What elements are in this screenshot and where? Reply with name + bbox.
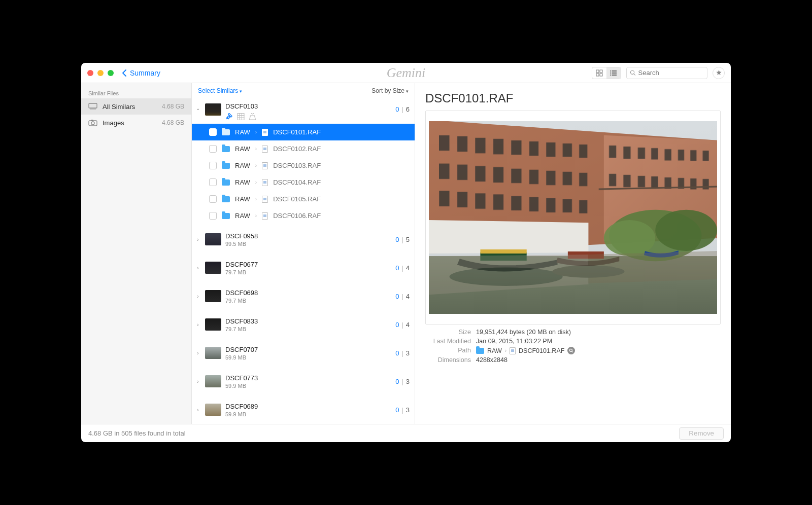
group-header[interactable]: ›DSCF067779.7 MB0|4 bbox=[192, 252, 415, 281]
group-text: DSCF095899.5 MB bbox=[225, 232, 258, 247]
sidebar-header: Similar Files bbox=[81, 87, 191, 98]
group-counts: 0|3 bbox=[395, 406, 410, 414]
group-header[interactable]: ›DSCF077359.9 MB0|3 bbox=[192, 366, 415, 394]
checkbox[interactable] bbox=[209, 212, 217, 220]
checkbox[interactable] bbox=[209, 128, 217, 136]
svg-rect-63 bbox=[475, 193, 485, 208]
chevron-right-icon[interactable]: › bbox=[195, 379, 201, 384]
remove-button[interactable]: Remove bbox=[679, 427, 724, 440]
group-counts: 0|5 bbox=[395, 236, 410, 243]
file-row[interactable]: RAW›DSCF0105.RAF bbox=[192, 191, 415, 207]
group-counts: 0|4 bbox=[395, 321, 410, 329]
chevron-right-icon[interactable]: › bbox=[195, 294, 201, 299]
chevron-right-icon[interactable]: › bbox=[195, 322, 201, 328]
file-row[interactable]: RAW›DSCF0104.RAF bbox=[192, 174, 415, 191]
folder-name: RAW bbox=[235, 212, 250, 220]
chevron-down-icon: ▾ bbox=[240, 89, 242, 94]
svg-rect-53 bbox=[609, 174, 616, 186]
sidebar-item-all-similars[interactable]: All Similars4.68 GB bbox=[81, 98, 191, 115]
chevron-right-icon: › bbox=[255, 163, 257, 168]
group-size: 99.5 MB bbox=[225, 241, 258, 247]
file-row[interactable]: RAW›DSCF0106.RAF bbox=[192, 207, 415, 224]
list-view-button[interactable] bbox=[606, 67, 621, 79]
svg-rect-32 bbox=[529, 141, 538, 156]
star-icon bbox=[716, 69, 722, 76]
file-list[interactable]: ⌄DSCF01030|6RAW›DSCF0101.RAFRAW›DSCF0102… bbox=[192, 98, 415, 424]
sidebar-item-images[interactable]: Images4.68 GB bbox=[81, 115, 191, 131]
back-button[interactable]: Summary bbox=[122, 69, 160, 77]
chevron-right-icon[interactable]: › bbox=[195, 407, 201, 413]
sidebar-item-label: Images bbox=[103, 119, 157, 127]
search-icon bbox=[630, 69, 636, 76]
group-thumbnail bbox=[205, 262, 221, 274]
group-text: DSCF070759.9 MB bbox=[225, 346, 258, 360]
sort-button[interactable]: Sort by Size▾ bbox=[371, 87, 409, 94]
svg-rect-49 bbox=[529, 170, 538, 184]
grid-icon[interactable] bbox=[237, 113, 245, 120]
pin-icon[interactable] bbox=[225, 113, 233, 120]
chevron-right-icon: › bbox=[255, 196, 257, 202]
list-icon bbox=[610, 69, 617, 77]
group-text: DSCF077359.9 MB bbox=[225, 374, 258, 389]
minimize-window-button[interactable] bbox=[97, 70, 104, 76]
svg-rect-45 bbox=[457, 165, 467, 180]
svg-rect-56 bbox=[651, 176, 658, 188]
svg-rect-54 bbox=[623, 175, 630, 187]
group-header[interactable]: ⌄DSCF01030|6 bbox=[192, 98, 415, 124]
folder-name: RAW bbox=[235, 128, 250, 136]
search-icon bbox=[569, 348, 573, 353]
checkbox[interactable] bbox=[209, 178, 217, 186]
folder-icon bbox=[222, 213, 230, 219]
total-count: 4 bbox=[406, 321, 410, 329]
svg-rect-51 bbox=[563, 172, 572, 185]
svg-rect-65 bbox=[511, 196, 521, 210]
chevron-right-icon[interactable]: › bbox=[195, 265, 201, 271]
select-similars-button[interactable]: Select Similars▾ bbox=[198, 87, 242, 94]
meta-size-label: Size bbox=[425, 329, 471, 336]
group-counts: 0|4 bbox=[395, 293, 410, 300]
svg-rect-42 bbox=[690, 150, 696, 161]
svg-point-79 bbox=[450, 267, 563, 286]
close-window-button[interactable] bbox=[87, 70, 93, 76]
search-input[interactable] bbox=[638, 69, 704, 77]
checkbox[interactable] bbox=[209, 145, 217, 153]
sidebar: Similar Files All Similars4.68 GBImages4… bbox=[81, 83, 192, 424]
star-button[interactable] bbox=[713, 67, 725, 79]
svg-rect-1 bbox=[600, 70, 602, 73]
file-row[interactable]: RAW›DSCF0102.RAF bbox=[192, 140, 415, 157]
svg-rect-47 bbox=[493, 167, 503, 183]
group-header[interactable]: ›DSCF083379.7 MB0|4 bbox=[192, 309, 415, 338]
checkbox[interactable] bbox=[209, 195, 217, 203]
reveal-in-finder-button[interactable] bbox=[567, 347, 575, 354]
file-row[interactable]: RAW›DSCF0103.RAF bbox=[192, 157, 415, 174]
folder-icon bbox=[222, 196, 230, 202]
svg-rect-12 bbox=[89, 103, 97, 108]
group-header[interactable]: ›DSCF095899.5 MB0|5 bbox=[192, 224, 415, 252]
weight-icon[interactable] bbox=[249, 113, 256, 120]
traffic-lights bbox=[87, 70, 114, 76]
chevron-right-icon[interactable]: › bbox=[195, 237, 201, 242]
svg-rect-39 bbox=[651, 148, 658, 159]
zoom-window-button[interactable] bbox=[108, 70, 114, 76]
chevron-down-icon[interactable]: ⌄ bbox=[195, 105, 201, 111]
search-field[interactable] bbox=[626, 67, 707, 79]
total-count: 4 bbox=[406, 293, 410, 300]
folder-icon bbox=[476, 348, 484, 354]
chevron-right-icon[interactable]: › bbox=[195, 350, 201, 356]
checkbox[interactable] bbox=[209, 162, 217, 169]
group-header[interactable]: ›DSCF070759.9 MB0|3 bbox=[192, 338, 415, 366]
total-count: 4 bbox=[406, 264, 410, 272]
file-row[interactable]: RAW›DSCF0101.RAF bbox=[192, 124, 415, 140]
group-header[interactable]: ›DSCF068959.9 MB0|3 bbox=[192, 394, 415, 423]
list-header: Select Similars▾ Sort by Size▾ bbox=[192, 83, 415, 98]
svg-rect-28 bbox=[457, 136, 467, 152]
grid-view-button[interactable] bbox=[592, 67, 606, 79]
svg-point-9 bbox=[611, 75, 612, 76]
group-header[interactable]: ›DSCF069879.7 MB0|4 bbox=[192, 281, 415, 309]
toolbar-right bbox=[592, 67, 725, 79]
meta-size-value: 19,951,424 bytes (20 MB on disk) bbox=[476, 329, 721, 336]
group-thumbnail bbox=[205, 290, 221, 302]
svg-marker-26 bbox=[429, 220, 588, 254]
file-name: DSCF0102.RAF bbox=[273, 145, 321, 153]
svg-rect-64 bbox=[493, 194, 503, 209]
